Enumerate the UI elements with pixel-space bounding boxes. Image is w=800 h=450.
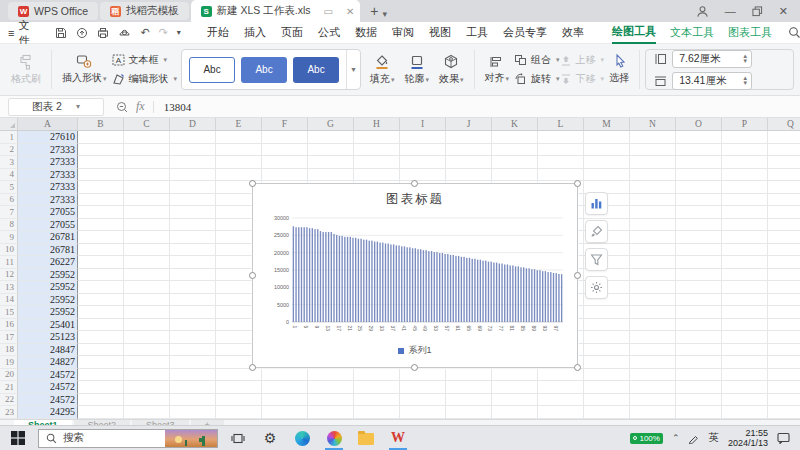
cell[interactable] — [400, 131, 446, 144]
cell[interactable] — [124, 156, 170, 169]
cell[interactable] — [630, 406, 676, 419]
cell-a-value[interactable]: 27055 — [18, 219, 78, 232]
cell[interactable] — [78, 294, 124, 307]
cell[interactable] — [722, 131, 768, 144]
column-header[interactable]: E — [216, 118, 262, 130]
cell-a-value[interactable]: 26781 — [18, 231, 78, 244]
cell[interactable] — [170, 394, 216, 407]
cell-a-value[interactable]: 25401 — [18, 319, 78, 332]
row-number[interactable]: 15 — [0, 306, 18, 319]
cell[interactable] — [78, 169, 124, 182]
row-number[interactable]: 23 — [0, 406, 18, 419]
cell-a-value[interactable]: 24572 — [18, 381, 78, 394]
cell[interactable] — [170, 381, 216, 394]
select-all-corner[interactable] — [0, 118, 18, 130]
cell[interactable] — [630, 319, 676, 332]
menu-item[interactable]: 插入 — [244, 25, 266, 40]
cell-a-value[interactable]: 27333 — [18, 144, 78, 157]
cell[interactable] — [676, 344, 722, 357]
edge-browser-icon[interactable] — [290, 427, 314, 450]
cell[interactable] — [400, 381, 446, 394]
column-header[interactable]: Q — [768, 118, 800, 130]
cell[interactable] — [676, 294, 722, 307]
cell[interactable] — [676, 331, 722, 344]
cell[interactable] — [630, 244, 676, 257]
tab-close-icon[interactable]: ✕ — [346, 6, 354, 17]
cell[interactable] — [676, 219, 722, 232]
cell[interactable] — [78, 181, 124, 194]
gallery-more-button[interactable]: ▼ — [346, 50, 360, 89]
cell[interactable] — [768, 294, 800, 307]
cell[interactable] — [768, 269, 800, 282]
cell[interactable] — [722, 219, 768, 232]
cell[interactable] — [170, 244, 216, 257]
cell[interactable] — [584, 331, 630, 344]
new-tab-button[interactable]: + — [370, 3, 378, 19]
cell[interactable] — [170, 331, 216, 344]
cell[interactable] — [446, 156, 492, 169]
cell[interactable] — [538, 144, 584, 157]
row-number[interactable]: 21 — [0, 381, 18, 394]
cell[interactable] — [262, 156, 308, 169]
cell[interactable] — [262, 144, 308, 157]
column-header[interactable]: G — [308, 118, 354, 130]
cell[interactable] — [78, 369, 124, 382]
taskbar-clock[interactable]: 21:55 2024/1/13 — [728, 428, 768, 448]
cell[interactable] — [584, 319, 630, 332]
cell-a-value[interactable]: 25952 — [18, 281, 78, 294]
column-header[interactable]: P — [722, 118, 768, 130]
cell[interactable] — [308, 406, 354, 419]
cell[interactable] — [630, 181, 676, 194]
tab-preview-icon[interactable]: ▭ — [324, 6, 333, 17]
cell[interactable] — [722, 319, 768, 332]
cell[interactable] — [78, 319, 124, 332]
chart-legend[interactable]: 系列1 — [253, 344, 577, 357]
row-number[interactable]: 4 — [0, 169, 18, 182]
cell[interactable] — [768, 256, 800, 269]
cell[interactable] — [170, 169, 216, 182]
row-number[interactable]: 13 — [0, 281, 18, 294]
row-number[interactable]: 3 — [0, 156, 18, 169]
cell[interactable] — [722, 394, 768, 407]
row-number[interactable]: 2 — [0, 144, 18, 157]
cell[interactable] — [124, 131, 170, 144]
cell[interactable] — [584, 356, 630, 369]
cell[interactable] — [400, 394, 446, 407]
cell[interactable] — [124, 244, 170, 257]
cell-a-value[interactable]: 24827 — [18, 356, 78, 369]
column-header[interactable]: N — [630, 118, 676, 130]
cell[interactable] — [124, 256, 170, 269]
cell-a-value[interactable]: 24847 — [18, 344, 78, 357]
row-number[interactable]: 7 — [0, 206, 18, 219]
cell[interactable] — [446, 369, 492, 382]
cell-a-value[interactable]: 25952 — [18, 294, 78, 307]
chart-filter-button[interactable] — [585, 248, 608, 271]
resize-handle-se[interactable] — [574, 364, 581, 371]
shape-style-option-2[interactable]: Abc — [241, 57, 287, 83]
shape-height-input[interactable]: 7.62厘米 ▲▼ — [672, 50, 752, 68]
row-number[interactable]: 5 — [0, 181, 18, 194]
cell[interactable] — [492, 131, 538, 144]
fill-button[interactable]: 填充▾ — [365, 47, 400, 92]
cell[interactable] — [124, 306, 170, 319]
column-header[interactable]: B — [78, 118, 124, 130]
cell[interactable] — [78, 344, 124, 357]
cell[interactable] — [538, 131, 584, 144]
cell[interactable] — [722, 356, 768, 369]
cell[interactable] — [170, 269, 216, 282]
cell[interactable] — [768, 156, 800, 169]
minimize-button[interactable]: — — [725, 6, 736, 17]
cell[interactable] — [676, 244, 722, 257]
cell[interactable] — [170, 206, 216, 219]
cell[interactable] — [354, 156, 400, 169]
restore-button[interactable] — [752, 6, 763, 17]
cell[interactable] — [124, 406, 170, 419]
menu-item[interactable]: 视图 — [429, 25, 451, 40]
export-icon[interactable] — [76, 27, 88, 39]
cell[interactable] — [216, 369, 262, 382]
chart-style-brush-button[interactable] — [585, 220, 608, 243]
cell[interactable] — [768, 344, 800, 357]
cell[interactable] — [722, 244, 768, 257]
cell[interactable] — [722, 206, 768, 219]
cell[interactable] — [676, 356, 722, 369]
